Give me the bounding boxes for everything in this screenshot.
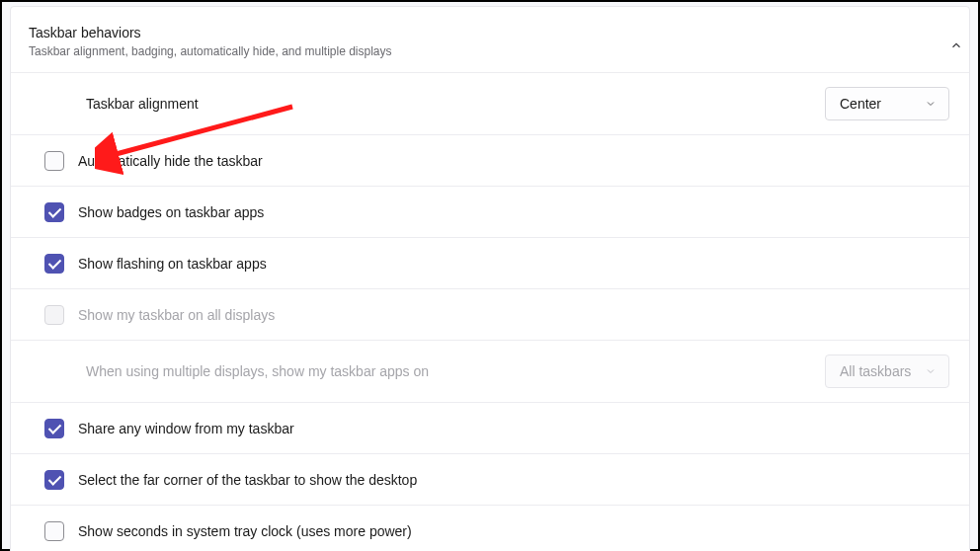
chevron-down-icon: [925, 365, 937, 377]
checkbox-show-badges[interactable]: [44, 202, 64, 222]
chevron-down-icon: [925, 98, 937, 110]
label-show-seconds: Show seconds in system tray clock (uses …: [78, 523, 949, 539]
row-show-on-all-displays: Show my taskbar on all displays: [11, 288, 969, 340]
checkbox-show-on-all-displays: [44, 305, 64, 325]
row-taskbar-alignment: Taskbar alignment Center: [11, 73, 969, 134]
row-auto-hide-taskbar: Automatically hide the taskbar: [11, 134, 969, 186]
settings-window: Taskbar behaviors Taskbar alignment, bad…: [0, 0, 980, 551]
panel-title: Taskbar behaviors: [29, 25, 949, 40]
label-share-window: Share any window from my taskbar: [78, 421, 949, 436]
settings-rows: Taskbar alignment Center Automatically h…: [11, 73, 969, 551]
row-multi-display-apps: When using multiple displays, show my ta…: [11, 340, 969, 402]
panel-header[interactable]: Taskbar behaviors Taskbar alignment, bad…: [11, 7, 969, 73]
taskbar-behaviors-panel: Taskbar behaviors Taskbar alignment, bad…: [10, 6, 970, 551]
panel-subtitle: Taskbar alignment, badging, automaticall…: [29, 44, 949, 58]
checkbox-show-flashing[interactable]: [44, 254, 64, 274]
label-show-flashing: Show flashing on taskbar apps: [78, 256, 949, 272]
label-show-on-all-displays: Show my taskbar on all displays: [78, 307, 949, 323]
label-multi-display-apps: When using multiple displays, show my ta…: [86, 363, 825, 379]
multi-display-value: All taskbars: [840, 363, 911, 379]
checkbox-show-seconds[interactable]: [44, 521, 64, 541]
label-show-badges: Show badges on taskbar apps: [78, 204, 949, 220]
row-show-badges: Show badges on taskbar apps: [11, 186, 969, 237]
row-share-window: Share any window from my taskbar: [11, 402, 969, 453]
checkbox-far-corner-desktop[interactable]: [44, 470, 64, 490]
label-auto-hide-taskbar: Automatically hide the taskbar: [78, 153, 949, 169]
label-far-corner-desktop: Select the far corner of the taskbar to …: [78, 472, 949, 488]
taskbar-alignment-dropdown[interactable]: Center: [825, 87, 949, 120]
row-far-corner-desktop: Select the far corner of the taskbar to …: [11, 453, 969, 505]
taskbar-alignment-label: Taskbar alignment: [86, 96, 825, 112]
taskbar-alignment-value: Center: [840, 96, 881, 112]
collapse-chevron-up-icon[interactable]: [949, 39, 963, 52]
row-show-seconds: Show seconds in system tray clock (uses …: [11, 505, 969, 551]
row-show-flashing: Show flashing on taskbar apps: [11, 237, 969, 288]
checkbox-share-window[interactable]: [44, 419, 64, 438]
checkbox-auto-hide-taskbar[interactable]: [44, 151, 64, 171]
multi-display-dropdown: All taskbars: [825, 354, 949, 388]
